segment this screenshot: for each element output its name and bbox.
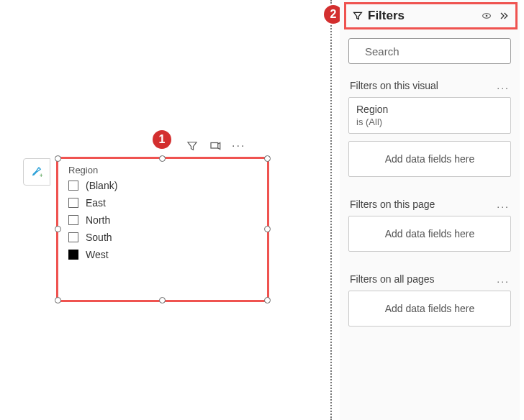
dropzone-label: Add data fields here (385, 303, 475, 314)
dropzone-label: Add data fields here (385, 153, 475, 165)
checkbox-checked-icon[interactable] (68, 250, 78, 260)
search-input[interactable] (365, 45, 502, 58)
filter-summary: is (All) (356, 117, 503, 127)
filter-icon[interactable] (186, 140, 199, 152)
section-filters-on-all-pages: Filters on all pages ... Add data fields… (340, 263, 520, 327)
visual-action-bar: ··· (186, 140, 245, 152)
more-options-icon[interactable]: ... (497, 273, 510, 285)
section-heading: Filters on all pages (350, 273, 435, 285)
slicer-item-label: South (86, 232, 112, 243)
search-container (340, 29, 520, 70)
section-filters-on-visual: Filters on this visual ... Region is (Al… (340, 70, 520, 177)
slicer-item[interactable]: West (58, 246, 267, 263)
more-options-icon[interactable]: ... (497, 80, 510, 91)
checkbox-icon[interactable] (68, 215, 78, 225)
report-canvas: + ··· Region (Blank) East North South (0, 0, 328, 420)
filters-pane: Filters Filters on this visual ... Regio… (340, 0, 520, 420)
slicer-item[interactable]: East (58, 194, 267, 211)
svg-rect-1 (211, 143, 218, 149)
section-filters-on-page: Filters on this page ... Add data fields… (340, 188, 520, 252)
checkbox-icon[interactable] (68, 198, 78, 208)
slicer-item-label: East (86, 197, 106, 209)
paint-brush-icon: + (30, 165, 43, 178)
resize-handle[interactable] (264, 226, 271, 232)
slicer-item[interactable]: (Blank) (58, 177, 267, 194)
more-options-icon[interactable]: ··· (232, 140, 245, 152)
filter-field-name: Region (356, 104, 503, 115)
resize-handle[interactable] (55, 226, 61, 232)
section-heading: Filters on this page (350, 198, 435, 210)
resize-handle[interactable] (264, 297, 271, 303)
format-painter-button[interactable]: + (23, 158, 50, 186)
slicer-visual[interactable]: Region (Blank) East North South West (56, 157, 269, 302)
slicer-item-label: (Blank) (86, 180, 117, 191)
checkbox-icon[interactable] (68, 232, 78, 242)
collapse-pane-icon[interactable] (498, 10, 510, 22)
resize-handle[interactable] (264, 155, 271, 162)
slicer-item[interactable]: North (58, 211, 267, 229)
dropzone-visual[interactable]: Add data fields here (348, 141, 511, 177)
filters-pane-header: Filters (344, 2, 518, 29)
slicer-item-label: West (86, 249, 109, 260)
section-heading: Filters on this visual (350, 80, 438, 91)
dropzone-label: Add data fields here (385, 228, 475, 239)
pane-divider (330, 0, 332, 420)
filters-pane-title: Filters (368, 9, 481, 23)
checkbox-icon[interactable] (68, 181, 78, 191)
slicer-item-label: North (86, 214, 110, 226)
dropzone-page[interactable]: Add data fields here (348, 216, 511, 252)
dropzone-all-pages[interactable]: Add data fields here (348, 291, 511, 327)
callout-badge-1: 1 (151, 129, 173, 150)
resize-handle[interactable] (159, 297, 166, 303)
filter-card-region[interactable]: Region is (All) (348, 97, 511, 134)
search-box[interactable] (348, 38, 511, 64)
more-options-icon[interactable]: ... (497, 198, 510, 210)
resize-handle[interactable] (159, 155, 166, 162)
focus-mode-icon[interactable] (209, 140, 222, 152)
slicer-item[interactable]: South (58, 229, 267, 246)
eye-icon[interactable] (481, 10, 492, 22)
resize-handle[interactable] (55, 155, 61, 162)
svg-text:+: + (40, 173, 43, 179)
svg-point-3 (486, 15, 488, 17)
filter-icon (352, 10, 363, 22)
resize-handle[interactable] (55, 297, 61, 303)
